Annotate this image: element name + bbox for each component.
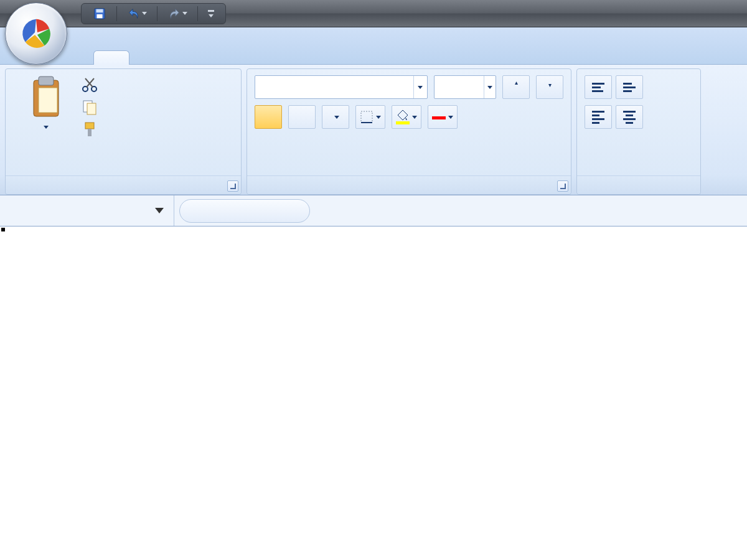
group-clipboard xyxy=(5,68,242,195)
fill-icon xyxy=(397,110,409,120)
chevron-down-icon[interactable] xyxy=(142,12,147,15)
group-label-font xyxy=(247,175,571,194)
align-middle-icon xyxy=(623,83,636,92)
chevron-down-icon[interactable] xyxy=(155,208,164,213)
align-center-button[interactable] xyxy=(616,105,643,129)
paste-icon xyxy=(27,75,65,121)
cut-button[interactable] xyxy=(82,77,104,93)
scissors-icon xyxy=(82,77,98,93)
tab-data[interactable] xyxy=(238,50,274,65)
svg-rect-13 xyxy=(361,111,372,123)
save-icon xyxy=(93,7,106,21)
save-button[interactable] xyxy=(89,7,110,21)
ribbon: ▴ ▾ xyxy=(0,65,747,195)
redo-button[interactable] xyxy=(164,7,191,21)
bold-button[interactable] xyxy=(255,105,282,129)
undo-icon xyxy=(127,7,141,21)
align-left-icon xyxy=(592,111,604,124)
copy-icon xyxy=(82,99,98,115)
dialog-launcher-icon[interactable] xyxy=(227,180,238,192)
font-name-input[interactable] xyxy=(255,79,413,95)
chevron-down-icon[interactable] xyxy=(413,76,427,98)
group-label-clipboard xyxy=(6,175,241,194)
borders-button[interactable] xyxy=(355,105,385,129)
group-label-alignment xyxy=(577,175,700,194)
office-logo-icon xyxy=(18,16,54,52)
borders-icon xyxy=(360,110,374,124)
font-color-swatch xyxy=(432,116,446,119)
svg-rect-5 xyxy=(39,77,54,85)
shrink-font-button[interactable]: ▾ xyxy=(536,75,563,99)
svg-rect-1 xyxy=(96,9,103,12)
chevron-down-icon xyxy=(209,14,214,17)
format-painter-icon xyxy=(82,121,98,138)
font-name-combo[interactable] xyxy=(255,75,428,99)
tab-insert[interactable] xyxy=(129,50,166,65)
office-button[interactable] xyxy=(5,2,67,65)
svg-rect-11 xyxy=(85,123,94,129)
align-center-icon xyxy=(623,111,636,124)
ribbon-tabs xyxy=(0,27,747,65)
quick-access-toolbar xyxy=(81,3,226,24)
grow-font-button[interactable]: ▴ xyxy=(502,75,530,99)
svg-rect-12 xyxy=(88,129,92,136)
fill-color-swatch xyxy=(396,121,410,124)
paste-button[interactable] xyxy=(12,73,80,174)
svg-rect-2 xyxy=(96,14,102,17)
tab-page-layout[interactable] xyxy=(166,50,202,65)
font-size-combo[interactable] xyxy=(434,75,496,99)
align-top-button[interactable] xyxy=(585,75,612,99)
align-top-icon xyxy=(592,83,604,92)
align-left-button[interactable] xyxy=(585,105,612,129)
align-middle-button[interactable] xyxy=(616,75,643,99)
svg-rect-6 xyxy=(39,88,57,113)
title-bar xyxy=(0,0,747,27)
group-font: ▴ ▾ xyxy=(247,68,571,195)
group-alignment xyxy=(576,68,701,195)
chevron-down-icon[interactable] xyxy=(484,76,496,98)
chevron-down-icon[interactable] xyxy=(44,126,49,139)
chevron-down-icon[interactable] xyxy=(182,12,187,15)
dialog-launcher-icon[interactable] xyxy=(557,180,568,192)
svg-rect-10 xyxy=(87,103,96,114)
format-painter-button[interactable] xyxy=(82,121,104,138)
formula-bar xyxy=(0,195,747,226)
fx-button[interactable] xyxy=(179,199,310,223)
separator xyxy=(157,6,157,21)
name-box[interactable] xyxy=(0,195,174,226)
separator xyxy=(197,6,198,21)
font-color-button[interactable] xyxy=(428,105,458,129)
customize-qat-button[interactable] xyxy=(204,10,218,17)
font-size-input[interactable] xyxy=(435,79,484,95)
separator xyxy=(116,6,117,21)
redo-icon xyxy=(167,7,181,21)
fill-color-button[interactable] xyxy=(392,105,421,129)
italic-button[interactable] xyxy=(288,105,316,129)
fill-handle[interactable] xyxy=(0,226,6,233)
underline-button[interactable] xyxy=(322,105,349,129)
undo-button[interactable] xyxy=(123,7,151,21)
tab-formulas[interactable] xyxy=(202,50,238,65)
tab-home[interactable] xyxy=(93,50,129,65)
copy-button[interactable] xyxy=(82,99,104,115)
formula-input[interactable] xyxy=(315,195,747,226)
